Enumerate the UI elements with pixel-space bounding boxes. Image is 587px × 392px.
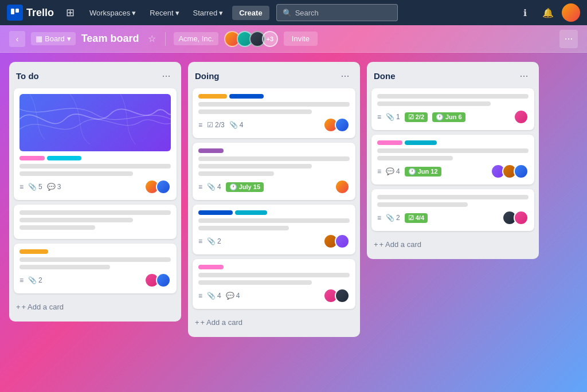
clip-icon: 📎	[28, 183, 37, 191]
card-text-line	[377, 195, 529, 199]
add-card-button[interactable]: + + Add a card	[14, 298, 177, 316]
column-doing: Doing ··· ≡ ☑ 2/3 �	[188, 62, 360, 337]
done-card-3[interactable]: ≡ 📎 2 ☑ 4/4	[371, 189, 534, 231]
card-text-line	[198, 164, 312, 168]
list-icon: ≡	[377, 113, 381, 121]
card-member-avatar[interactable]	[156, 179, 171, 194]
board-view-icon: ▦	[36, 34, 42, 43]
card-text-line	[19, 164, 171, 168]
done-card-1[interactable]: ≡ 📎 1 ☑ 2/2 🕐 Jun 6	[371, 88, 534, 130]
workspaces-button[interactable]: Workspaces ▾	[85, 6, 140, 19]
column-doing-menu-button[interactable]: ···	[337, 68, 353, 84]
list-icon: ≡	[198, 237, 202, 245]
chevron-down-icon: ▾	[219, 9, 223, 17]
list-icon: ≡	[19, 183, 24, 191]
card-text-line	[198, 102, 350, 107]
card-text-line	[377, 202, 468, 207]
user-avatar[interactable]	[562, 3, 580, 22]
comments-count: 💬 3	[47, 183, 61, 191]
label-purple	[198, 148, 224, 153]
app-logo[interactable]: Trello	[7, 5, 54, 21]
card-content	[19, 164, 171, 176]
card-member-avatar[interactable]	[514, 164, 529, 179]
doing-card-4[interactable]: ≡ 📎 4 💬 4	[193, 259, 355, 309]
card-member-avatar[interactable]	[514, 109, 529, 124]
column-done-menu-button[interactable]: ···	[516, 68, 532, 84]
done-card-2[interactable]: ≡ 💬 4 🕐 Jun 12	[371, 135, 534, 185]
app-name: Trello	[26, 7, 54, 19]
card-labels	[198, 148, 350, 153]
workspace-button[interactable]: Acme, Inc.	[174, 32, 218, 45]
label-yellow	[19, 249, 48, 254]
clip-icon: 📎	[386, 214, 394, 222]
label-pink	[377, 140, 402, 145]
due-date-badge: 🕐 Jun 6	[432, 112, 465, 122]
todo-card-1[interactable]: ≡ 📎 5 💬 3	[14, 88, 177, 200]
star-board-button[interactable]: ☆	[147, 32, 157, 45]
recent-button[interactable]: Recent ▾	[145, 6, 183, 19]
add-card-button[interactable]: + + Add a card	[193, 313, 355, 331]
card-meta: ≡ 📎 2	[19, 276, 140, 284]
extra-members-count[interactable]: +3	[262, 31, 278, 47]
starred-button[interactable]: Starred ▾	[189, 6, 228, 19]
header-divider	[165, 32, 166, 46]
comment-icon: 💬	[226, 292, 234, 300]
clock-icon: 🕐	[408, 168, 416, 175]
info-button[interactable]: ℹ	[516, 3, 534, 22]
card-members	[144, 179, 171, 194]
card-text-line	[377, 94, 529, 99]
attachments-count: 📎 2	[386, 214, 400, 222]
card-member-avatar[interactable]	[514, 210, 529, 225]
column-doing-title: Doing	[195, 71, 220, 81]
clip-icon: 📎	[386, 113, 394, 121]
sidebar-toggle-button[interactable]: ‹	[9, 31, 25, 47]
checklist-count: ☑ 2/3	[207, 121, 225, 129]
card-footer: ≡ ☑ 2/3 📎 4	[198, 117, 350, 132]
board-more-button[interactable]: ···	[559, 30, 578, 48]
card-meta: ≡ 📎 5 💬 3	[19, 183, 140, 191]
label-blue	[198, 210, 233, 215]
card-member-avatar[interactable]	[335, 234, 350, 249]
column-done-header: Done ···	[371, 68, 534, 88]
doing-card-2[interactable]: ≡ 📎 4 🕐 July 15	[193, 143, 355, 200]
list-icon: ≡	[198, 121, 202, 129]
card-member-avatar[interactable]	[335, 179, 350, 194]
apps-grid-button[interactable]: ⊞	[61, 3, 79, 22]
card-member-avatar[interactable]	[335, 288, 350, 303]
plus-icon: +	[374, 240, 378, 249]
trello-logo-icon	[7, 5, 23, 21]
column-doing-header: Doing ···	[193, 68, 355, 88]
doing-card-1[interactable]: ≡ ☑ 2/3 📎 4	[193, 88, 355, 138]
card-members	[323, 288, 350, 303]
card-member-avatar[interactable]	[335, 117, 350, 132]
label-yellow	[198, 94, 227, 99]
todo-card-2[interactable]	[14, 205, 177, 239]
card-footer: ≡ 📎 4 💬 4	[198, 288, 350, 303]
card-member-avatar[interactable]	[156, 273, 171, 288]
clip-icon: 📎	[28, 276, 37, 284]
board-view-button[interactable]: ▦ Board ▾	[31, 32, 76, 45]
invite-button[interactable]: Invite	[284, 32, 318, 46]
create-button[interactable]: Create	[232, 6, 269, 20]
card-text-line	[198, 226, 289, 230]
svg-rect-0	[11, 9, 14, 14]
add-card-button[interactable]: + + Add a card	[371, 236, 534, 253]
column-todo-menu-button[interactable]: ···	[158, 68, 174, 84]
clip-icon: 📎	[207, 183, 216, 191]
doing-card-3[interactable]: ≡ 📎 2	[193, 205, 355, 254]
attachments-count: 📎 1	[386, 113, 400, 121]
card-text-line	[19, 257, 171, 262]
top-navigation: Trello ⊞ Workspaces ▾ Recent ▾ Starred ▾…	[0, 0, 587, 25]
notifications-button[interactable]: 🔔	[539, 3, 557, 22]
label-blue	[229, 94, 264, 99]
search-bar[interactable]: 🔍 Search	[276, 4, 398, 21]
card-content	[19, 210, 171, 230]
card-text-line	[19, 171, 133, 176]
card-text-line	[19, 218, 133, 222]
clock-icon: 🕐	[436, 113, 444, 121]
todo-card-3[interactable]: ≡ 📎 2	[14, 244, 177, 293]
card-footer: ≡ 💬 4 🕐 Jun 12	[377, 164, 529, 179]
card-content	[198, 156, 350, 176]
comment-icon: 💬	[386, 167, 394, 175]
card-members	[514, 109, 529, 124]
